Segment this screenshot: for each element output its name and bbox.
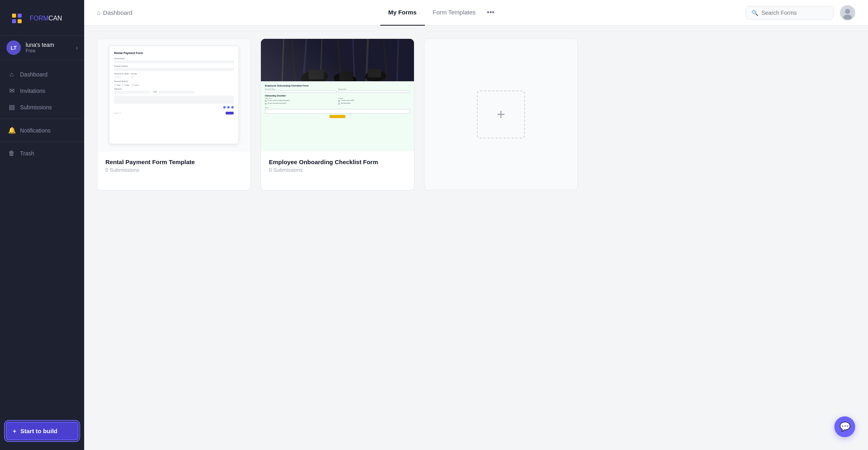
sidebar-item-label: Dashboard — [20, 71, 48, 78]
svg-rect-21 — [309, 70, 324, 79]
header-svg — [261, 39, 414, 81]
svg-line-9 — [282, 39, 284, 81]
tab-form-templates[interactable]: Form Templates — [425, 0, 484, 26]
topbar-dashboard-link[interactable]: ⌂ Dashboard — [97, 9, 132, 16]
form-submissions-onboarding: 0 Submissions — [269, 167, 406, 173]
svg-point-19 — [333, 72, 357, 82]
search-input[interactable] — [761, 10, 828, 16]
home-icon: ⌂ — [97, 9, 101, 16]
svg-point-20 — [365, 70, 387, 82]
invitations-icon: ✉ — [8, 87, 15, 94]
sidebar-item-invitations[interactable]: ✉ Invitations — [0, 82, 84, 99]
trash-icon: 🗑 — [8, 150, 15, 157]
nav-divider — [0, 119, 84, 119]
svg-point-18 — [301, 69, 329, 81]
svg-rect-23 — [368, 69, 381, 77]
form-card-rental[interactable]: Rental Payment Form Tenant Name Property… — [97, 38, 251, 191]
svg-point-6 — [845, 9, 850, 14]
topbar: ⌂ Dashboard My Forms Form Templates ••• … — [84, 0, 868, 26]
sidebar-item-label: Notifications — [20, 127, 50, 134]
form-preview-rental: Rental Payment Form Tenant Name Property… — [97, 39, 250, 151]
add-form-plus-icon: + — [477, 90, 525, 139]
team-plan: Free — [26, 48, 71, 54]
form-info-rental: Rental Payment Form Template 0 Submissio… — [97, 151, 250, 180]
svg-rect-3 — [12, 19, 16, 23]
chat-icon: 💬 — [840, 422, 850, 432]
sidebar-item-submissions[interactable]: ▤ Submissions — [0, 99, 84, 115]
team-info: luna's team Free — [26, 42, 71, 54]
svg-line-12 — [320, 39, 322, 81]
logo-text: FORMCAN — [30, 15, 62, 22]
submissions-icon: ▤ — [8, 103, 15, 111]
dashboard-icon: ⌂ — [8, 71, 15, 78]
form-submissions-rental: 0 Submissions — [105, 167, 242, 173]
svg-rect-1 — [12, 14, 16, 18]
dashboard-label: Dashboard — [103, 9, 132, 16]
form-card-onboarding[interactable]: Employee Onboarding Checklist Form Emplo… — [260, 38, 414, 191]
rental-preview-content: Rental Payment Form Tenant Name Property… — [109, 46, 239, 144]
sidebar-item-trash[interactable]: 🗑 Trash — [0, 145, 84, 161]
notifications-icon: 🔔 — [8, 127, 15, 134]
user-avatar-img — [841, 5, 854, 20]
svg-rect-8 — [261, 39, 414, 81]
svg-rect-22 — [339, 72, 353, 81]
sidebar-item-dashboard[interactable]: ⌂ Dashboard — [0, 66, 84, 82]
svg-rect-4 — [18, 19, 22, 23]
svg-line-11 — [303, 39, 307, 81]
tab-my-forms[interactable]: My Forms — [380, 0, 425, 26]
more-options-icon[interactable]: ••• — [484, 8, 498, 17]
svg-line-10 — [291, 39, 295, 81]
topbar-left: ⌂ Dashboard — [97, 9, 132, 16]
onboarding-preview-content: Employee Onboarding Checklist Form Emplo… — [261, 39, 414, 151]
topbar-right: 🔍 — [745, 5, 855, 20]
nav-section: ⌂ Dashboard ✉ Invitations ▤ Submissions … — [0, 60, 84, 422]
sidebar-item-label: Trash — [20, 150, 34, 157]
form-preview-onboarding: Employee Onboarding Checklist Form Emplo… — [261, 39, 414, 151]
svg-line-17 — [397, 39, 399, 81]
formcan-icon — [8, 10, 26, 27]
logo[interactable]: FORMCAN — [0, 0, 84, 35]
team-section[interactable]: LT luna's team Free › — [0, 35, 84, 60]
form-name-onboarding: Employee Onboarding Checklist Form — [269, 159, 406, 165]
svg-line-15 — [366, 39, 368, 81]
form-info-onboarding: Employee Onboarding Checklist Form 0 Sub… — [261, 151, 414, 180]
form-name-rental: Rental Payment Form Template — [105, 159, 242, 165]
main-area: ⌂ Dashboard My Forms Form Templates ••• … — [84, 0, 868, 450]
topbar-nav: My Forms Form Templates ••• — [380, 0, 498, 26]
start-build-label: Start to build — [20, 428, 58, 434]
user-avatar[interactable] — [840, 5, 855, 20]
svg-rect-2 — [18, 14, 22, 18]
add-new-form-card[interactable]: + — [424, 38, 578, 191]
sidebar: FORMCAN LT luna's team Free › ⌂ Dashboar… — [0, 0, 84, 450]
plus-icon: + — [13, 428, 16, 434]
onboarding-header-image — [261, 39, 414, 81]
chevron-right-icon: › — [76, 44, 78, 51]
svg-point-7 — [843, 14, 852, 20]
team-avatar: LT — [6, 40, 21, 55]
content-area: Rental Payment Form Tenant Name Property… — [84, 26, 868, 450]
sidebar-item-label: Invitations — [20, 88, 45, 94]
chat-button[interactable]: 💬 — [834, 416, 855, 437]
sidebar-item-label: Submissions — [20, 104, 52, 110]
search-icon: 🔍 — [751, 10, 758, 16]
svg-line-16 — [384, 39, 388, 81]
team-name: luna's team — [26, 42, 71, 48]
sidebar-item-notifications[interactable]: 🔔 Notifications — [0, 122, 84, 139]
svg-rect-0 — [8, 10, 26, 27]
start-to-build-button[interactable]: + Start to build — [6, 422, 79, 440]
nav-divider-2 — [0, 142, 84, 142]
svg-line-13 — [337, 39, 341, 81]
forms-grid: Rental Payment Form Tenant Name Property… — [97, 38, 578, 191]
search-box[interactable]: 🔍 — [745, 6, 834, 20]
svg-line-14 — [353, 39, 355, 81]
